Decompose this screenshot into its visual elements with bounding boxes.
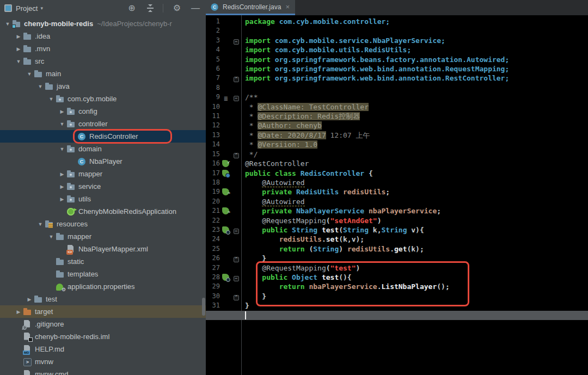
gear-icon[interactable]: ⚙ bbox=[172, 3, 182, 13]
structure-icon[interactable] bbox=[222, 94, 229, 101]
tree-expand-arrow[interactable]: ▼ bbox=[58, 146, 66, 152]
code-line[interactable]: 26^ } bbox=[206, 254, 588, 263]
tree-expand-arrow[interactable]: ▶ bbox=[25, 297, 34, 302]
tree-row[interactable]: static bbox=[0, 255, 206, 268]
tree-row[interactable]: ▶.mvn bbox=[0, 42, 206, 55]
code-line[interactable]: 14 * @Versiion: 1.0 bbox=[206, 140, 588, 149]
fold-marker[interactable]: ^ bbox=[234, 257, 239, 262]
code-line[interactable]: 6import org.springframework.web.bind.ann… bbox=[206, 64, 588, 73]
close-icon[interactable]: × bbox=[285, 3, 290, 11]
tree-expand-arrow[interactable]: ▶ bbox=[14, 34, 23, 39]
tree-row[interactable]: .gitignore bbox=[0, 318, 206, 330]
tree-row[interactable]: ▶target bbox=[0, 305, 206, 318]
tree-expand-arrow[interactable]: ▼ bbox=[14, 59, 23, 64]
tree-expand-arrow[interactable]: ▶ bbox=[58, 196, 66, 202]
code-line[interactable]: 24 redisUtils.set(k,v); bbox=[206, 235, 588, 244]
tree-row[interactable]: ▼src bbox=[0, 55, 206, 67]
code-line[interactable]: 22 @RequestMapping("setAndGet") bbox=[206, 216, 588, 225]
code-line[interactable]: 29 return nbaPlayerService.ListNbaPlayer… bbox=[206, 282, 588, 291]
tree-expand-arrow[interactable]: ▼ bbox=[47, 96, 56, 102]
code-line[interactable]: 16@RestController bbox=[206, 159, 588, 168]
tree-row[interactable]: ▼com.cyb.mobile bbox=[0, 93, 206, 105]
fold-marker[interactable]: − bbox=[234, 39, 239, 45]
tree-expand-arrow[interactable]: ▼ bbox=[3, 21, 12, 27]
code-line[interactable]: 18 @Autowired bbox=[206, 178, 588, 187]
project-scrollbar-thumb[interactable] bbox=[202, 298, 205, 316]
tree-expand-arrow[interactable]: ▶ bbox=[58, 184, 66, 189]
tree-row[interactable]: templates bbox=[0, 268, 206, 280]
tree-row[interactable]: ▶utils bbox=[0, 193, 206, 205]
tree-row[interactable]: ▶service bbox=[0, 180, 206, 193]
code-line[interactable]: 15^ */ bbox=[206, 150, 588, 159]
tree-expand-arrow[interactable]: ▼ bbox=[36, 222, 45, 227]
tree-row[interactable]: ▼main bbox=[0, 67, 206, 80]
code-line[interactable]: 9−/** bbox=[206, 93, 588, 102]
tree-row[interactable]: ▶.idea bbox=[0, 30, 206, 42]
tree-row[interactable]: chenyb-mobile-redis.iml bbox=[0, 330, 206, 343]
tree-expand-arrow[interactable]: ▶ bbox=[58, 171, 66, 177]
spring-arrow-icon[interactable] bbox=[222, 207, 229, 214]
spring-arrow-icon[interactable] bbox=[222, 188, 229, 195]
code-line[interactable]: 19 private RedisUtils redisUtils; bbox=[206, 187, 588, 196]
code-line[interactable]: 11 * @Description: Redis控制器 bbox=[206, 112, 588, 121]
code-line[interactable]: 13 * @Date: 2020/8/17 12:07 上午 bbox=[206, 131, 588, 140]
code-line[interactable]: 21 private NbaPlayerService nbaPlayerSer… bbox=[206, 206, 588, 216]
code-line[interactable]: 30^ } bbox=[206, 292, 588, 301]
tree-row[interactable]: ▼controller bbox=[0, 118, 206, 130]
code-line[interactable]: 31} bbox=[206, 301, 588, 310]
tree-row[interactable]: ▼resources bbox=[0, 218, 206, 230]
project-panel-title[interactable]: Project bbox=[16, 4, 38, 13]
code-line[interactable]: 3−import com.cyb.mobile.service.NbaPlaye… bbox=[206, 36, 588, 45]
spring-leaf-dot-icon[interactable] bbox=[222, 226, 229, 233]
code-line[interactable]: 5import org.springframework.beans.factor… bbox=[206, 55, 588, 64]
code-line[interactable]: 17public class RedisController { bbox=[206, 169, 588, 178]
code-line[interactable]: 25 return (String) redisUtils.get(k); bbox=[206, 244, 588, 254]
fold-marker[interactable]: − bbox=[234, 276, 239, 281]
chevron-down-icon[interactable]: ▾ bbox=[40, 5, 43, 11]
code-line[interactable]: 8 bbox=[206, 83, 588, 93]
tree-expand-arrow[interactable]: ▼ bbox=[36, 84, 45, 89]
code-line[interactable]: 27 @RequestMapping("test") bbox=[206, 263, 588, 273]
tree-row[interactable]: ▼mapper bbox=[0, 230, 206, 243]
tree-expand-arrow[interactable]: ▶ bbox=[14, 46, 23, 52]
fold-marker[interactable]: ^ bbox=[234, 153, 239, 158]
fold-marker[interactable]: ^ bbox=[234, 77, 239, 82]
tree-row[interactable]: ▼domain bbox=[0, 143, 206, 155]
fold-marker[interactable]: − bbox=[234, 96, 239, 101]
tree-expand-arrow[interactable]: ▼ bbox=[58, 121, 66, 127]
tree-row[interactable]: ▶test bbox=[0, 293, 206, 305]
tree-row[interactable]: HELP.md bbox=[0, 343, 206, 355]
code-line[interactable]: 28− public Object test(){ bbox=[206, 273, 588, 282]
code-area[interactable]: 1package com.cyb.mobile.controller;23−im… bbox=[206, 15, 588, 311]
hide-panel-icon[interactable]: — bbox=[191, 3, 200, 13]
tree-row[interactable]: ▶config bbox=[0, 105, 206, 118]
code-line[interactable]: 20 @Autowired bbox=[206, 197, 588, 206]
tree-row[interactable]: NbaPlayerMapper.xml bbox=[0, 243, 206, 255]
code-line[interactable]: 4import com.cyb.mobile.utils.RedisUtils; bbox=[206, 45, 588, 54]
tree-row[interactable]: ChenybMobileRedisApplication bbox=[0, 205, 206, 218]
code-line[interactable]: 7^import org.springframework.web.bind.an… bbox=[206, 73, 588, 83]
tree-row[interactable]: mvnw bbox=[0, 355, 206, 368]
tree-expand-arrow[interactable]: ▶ bbox=[58, 109, 66, 114]
locate-file-icon[interactable]: ⊕ bbox=[127, 3, 137, 13]
tree-expand-arrow[interactable]: ▼ bbox=[47, 234, 56, 239]
tree-expand-arrow[interactable]: ▼ bbox=[25, 71, 34, 77]
tree-row[interactable]: NbaPlayer bbox=[0, 155, 206, 168]
tree-expand-arrow[interactable]: ▶ bbox=[14, 309, 23, 315]
editor-tab[interactable]: RedisController.java × bbox=[206, 0, 295, 15]
tree-row[interactable]: application.properties bbox=[0, 280, 206, 293]
code-line[interactable]: 2 bbox=[206, 26, 588, 35]
tree-row[interactable]: ▶mapper bbox=[0, 168, 206, 180]
spring-bean-dot-icon[interactable] bbox=[222, 170, 229, 177]
fold-marker[interactable]: − bbox=[234, 229, 239, 234]
tree-row[interactable]: mvnw.cmd bbox=[0, 368, 206, 375]
tree-row[interactable]: ▼java bbox=[0, 80, 206, 93]
code-line[interactable]: 1package com.cyb.mobile.controller; bbox=[206, 17, 588, 26]
code-line[interactable]: 23− public String test(String k,String v… bbox=[206, 225, 588, 235]
tree-row[interactable]: RedisController bbox=[0, 130, 206, 143]
code-line[interactable]: 12 * @Author: chenyb bbox=[206, 121, 588, 130]
collapse-all-icon[interactable] bbox=[145, 3, 155, 13]
spring-bean-check-icon[interactable] bbox=[222, 160, 229, 167]
fold-marker[interactable]: ^ bbox=[234, 295, 239, 300]
spring-leaf-dot-icon[interactable] bbox=[222, 274, 229, 281]
